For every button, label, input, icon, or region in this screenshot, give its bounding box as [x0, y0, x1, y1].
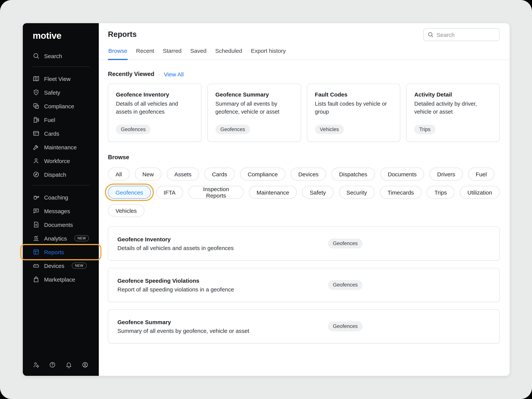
sidebar-item-label: Coaching: [44, 194, 68, 200]
category-tag: Geofences: [328, 322, 363, 331]
sidebar-divider: [33, 66, 90, 67]
card-description: Details of all vehicles and assets in ge…: [116, 100, 193, 115]
whistle-icon: [33, 194, 39, 201]
sidebar-item-coaching[interactable]: Coaching: [23, 190, 99, 204]
main-content: Reports Browse Recent Starred Saved Sche…: [99, 23, 510, 376]
filter-pill-new[interactable]: New: [135, 168, 161, 180]
filter-pill-trips[interactable]: Trips: [427, 186, 455, 199]
filter-pill-safety[interactable]: Safety: [302, 186, 333, 199]
filter-pill-vehicles[interactable]: Vehicles: [108, 204, 144, 217]
sidebar-item-dispatch[interactable]: Dispatch: [23, 168, 99, 181]
sidebar: motive Search Fleet View Safety Complian…: [23, 23, 99, 376]
card-title: Geofence Summary: [215, 91, 293, 98]
filter-pill-assets[interactable]: Assets: [167, 168, 199, 180]
document-icon: [33, 221, 39, 228]
tab-recent[interactable]: Recent: [136, 44, 154, 60]
tab-scheduled[interactable]: Scheduled: [215, 44, 243, 60]
sidebar-item-label: Fleet View: [44, 76, 71, 82]
sidebar-item-label: Analytics: [44, 235, 67, 241]
filter-pill-drivers[interactable]: Drivers: [430, 168, 463, 180]
profile-icon[interactable]: [82, 361, 89, 368]
sidebar-item-label: Maintenance: [44, 144, 77, 150]
card-title: Fault Codes: [315, 91, 392, 98]
help-icon[interactable]: [49, 361, 56, 368]
sidebar-item-analytics[interactable]: Analytics NEW: [23, 231, 99, 245]
report-description: Details of all vehicles and assets in ge…: [117, 245, 328, 251]
category-tag: Vehicles: [315, 124, 344, 134]
new-badge: NEW: [75, 235, 89, 241]
recent-report-card[interactable]: Fault Codes Lists fault codes by vehicle…: [307, 84, 400, 142]
category-tag: Geofences: [328, 280, 363, 290]
filter-pill-maintenance[interactable]: Maintenance: [249, 186, 297, 199]
report-description: Summary of all events by geofence, vehic…: [117, 328, 328, 334]
sidebar-item-fuel[interactable]: Fuel: [23, 113, 99, 127]
app-window: motive Search Fleet View Safety Complian…: [23, 23, 510, 376]
sidebar-item-documents[interactable]: Documents: [23, 218, 99, 231]
filter-pill-dispatches[interactable]: Dispatches: [332, 168, 375, 180]
card-description: Summary of all events by geofence, vehic…: [215, 100, 293, 115]
recently-viewed-cards: Geofence Inventory Details of all vehicl…: [108, 84, 500, 142]
sidebar-item-marketplace[interactable]: Marketplace: [23, 272, 99, 286]
report-search-input[interactable]: [437, 31, 510, 38]
tab-browse[interactable]: Browse: [108, 44, 128, 60]
credit-card-icon: [33, 130, 39, 137]
filter-pill-security[interactable]: Security: [339, 186, 374, 199]
stage: motive Search Fleet View Safety Complian…: [0, 0, 532, 399]
filter-pill-inspection-reports[interactable]: Inspection Reports: [189, 186, 244, 199]
sidebar-item-cards[interactable]: Cards: [23, 127, 99, 140]
tab-export-history[interactable]: Export history: [250, 44, 286, 60]
sidebar-footer: [33, 361, 89, 368]
report-search-box[interactable]: [423, 28, 500, 41]
sidebar-item-reports[interactable]: Reports: [23, 245, 99, 259]
card-description: Lists fault codes by vehicle or group: [315, 100, 392, 115]
sidebar-item-label: Documents: [44, 221, 73, 228]
sidebar-item-workforce[interactable]: Workforce: [23, 154, 99, 168]
recent-report-card[interactable]: Geofence Summary Summary of all events b…: [208, 84, 301, 142]
tab-starred[interactable]: Starred: [162, 44, 182, 60]
sidebar-item-label: Fuel: [44, 116, 55, 123]
filter-row-1: All New Assets Cards Compliance Devices …: [108, 168, 500, 180]
recent-report-card[interactable]: Activity Detail Detailed activity by dri…: [406, 84, 500, 142]
separator-dot: ·: [158, 71, 160, 77]
tab-saved[interactable]: Saved: [190, 44, 207, 60]
view-all-link[interactable]: View All: [164, 71, 184, 77]
filter-pill-utilization[interactable]: Utilization: [460, 186, 500, 199]
recent-report-card[interactable]: Geofence Inventory Details of all vehicl…: [108, 84, 201, 142]
desktop-background: motive Search Fleet View Safety Complian…: [0, 0, 532, 399]
sidebar-item-search[interactable]: Search: [23, 49, 99, 63]
sidebar-item-compliance[interactable]: Compliance: [23, 99, 99, 113]
report-list-item[interactable]: Geofence Speeding Violations Report of a…: [108, 268, 500, 302]
search-icon: [428, 32, 434, 38]
report-title: Geofence Inventory: [117, 236, 328, 242]
filter-pill-devices[interactable]: Devices: [291, 168, 326, 180]
filter-pill-compliance[interactable]: Compliance: [240, 168, 285, 180]
sidebar-item-maintenance[interactable]: Maintenance: [23, 140, 99, 154]
category-tag: Geofences: [116, 124, 151, 134]
card-title: Activity Detail: [414, 91, 492, 98]
filter-pill-fuel[interactable]: Fuel: [468, 168, 494, 180]
category-tag: Trips: [414, 124, 436, 134]
report-list-item[interactable]: Geofence Inventory Details of all vehicl…: [108, 227, 500, 261]
report-list-item[interactable]: Geofence Summary Summary of all events b…: [108, 309, 500, 343]
person-icon: [33, 157, 39, 164]
new-badge: NEW: [72, 263, 86, 269]
admin-settings-icon[interactable]: [33, 361, 39, 368]
sidebar-item-label: Dispatch: [44, 171, 66, 178]
sidebar-item-devices[interactable]: Devices NEW: [23, 259, 99, 272]
report-tabs: Browse Recent Starred Saved Scheduled Ex…: [99, 44, 510, 60]
report-results-list: Geofence Inventory Details of all vehicl…: [108, 227, 500, 343]
filter-pill-timecards[interactable]: Timecards: [380, 186, 421, 199]
notifications-icon[interactable]: [65, 361, 72, 368]
filter-pill-geofences[interactable]: Geofences: [108, 186, 151, 199]
sidebar-item-fleet-view[interactable]: Fleet View: [23, 72, 99, 86]
sidebar-item-messages[interactable]: Messages: [23, 204, 99, 218]
bar-chart-icon: [33, 235, 39, 242]
filter-pill-cards[interactable]: Cards: [204, 168, 235, 180]
sidebar-item-label: Workforce: [44, 158, 70, 164]
filter-pill-documents[interactable]: Documents: [380, 168, 424, 180]
filter-row-2: Geofences IFTA Inspection Reports Mainte…: [108, 186, 500, 199]
filter-pill-ifta[interactable]: IFTA: [156, 186, 183, 199]
sidebar-item-safety[interactable]: Safety: [23, 86, 99, 99]
filter-pill-all[interactable]: All: [108, 168, 129, 180]
sidebar-item-label: Devices: [44, 262, 64, 269]
